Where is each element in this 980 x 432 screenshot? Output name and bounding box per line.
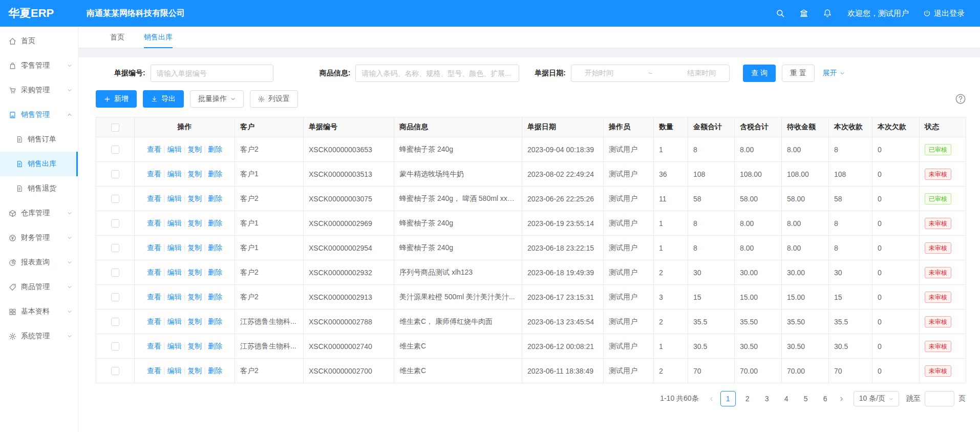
logout-button[interactable]: 退出登录 — [923, 9, 965, 18]
row-action-delete[interactable]: 删除 — [208, 170, 222, 178]
action-separator: | — [204, 243, 206, 252]
page-button-2[interactable]: 2 — [740, 391, 755, 406]
sidebar-item-purchase[interactable]: 采购管理 — [0, 78, 78, 102]
row-action-view[interactable]: 查看 — [147, 243, 161, 252]
row-action-delete[interactable]: 删除 — [208, 145, 222, 153]
row-action-delete[interactable]: 删除 — [208, 342, 222, 350]
row-action-delete[interactable]: 删除 — [208, 268, 222, 276]
row-action-edit[interactable]: 编辑 — [167, 342, 182, 350]
date-range-picker[interactable]: 开始时间 ~ 结束时间 — [571, 65, 730, 82]
row-action-delete[interactable]: 删除 — [208, 317, 222, 325]
doc-icon — [16, 136, 23, 143]
sidebar-item-report[interactable]: 报表查询 — [0, 250, 78, 275]
action-separator: | — [163, 219, 165, 227]
sidebar-item-sales-return[interactable]: 销售退货 — [0, 176, 78, 201]
row-action-view[interactable]: 查看 — [147, 293, 161, 301]
batch-operation-button[interactable]: 批量操作 — [190, 90, 244, 108]
row-checkbox[interactable] — [111, 195, 119, 203]
row-checkbox[interactable] — [111, 342, 119, 351]
cell-actions: 查看|编辑|复制|删除 — [135, 236, 235, 260]
page-button-3[interactable]: 3 — [759, 391, 775, 406]
add-button[interactable]: 新增 — [96, 90, 137, 108]
row-action-copy[interactable]: 复制 — [187, 145, 202, 153]
add-button-label: 新增 — [114, 94, 129, 104]
help-icon[interactable] — [955, 93, 966, 105]
row-action-delete[interactable]: 删除 — [208, 219, 222, 227]
sidebar-item-sales-out[interactable]: 销售出库 — [0, 152, 78, 176]
row-checkbox[interactable] — [111, 170, 119, 178]
row-action-edit[interactable]: 编辑 — [167, 268, 182, 276]
row-action-edit[interactable]: 编辑 — [167, 317, 182, 325]
column-header-10: 待收金额 — [782, 117, 829, 137]
page-size-select[interactable]: 10 条/页 — [854, 391, 899, 406]
bell-icon[interactable] — [823, 9, 832, 18]
row-action-delete[interactable]: 删除 — [208, 366, 222, 375]
next-page-button[interactable] — [835, 391, 848, 406]
row-action-edit[interactable]: 编辑 — [167, 293, 182, 301]
row-action-view[interactable]: 查看 — [147, 194, 161, 202]
sidebar-item-goods[interactable]: 商品管理 — [0, 275, 78, 299]
search-button[interactable]: 查 询 — [743, 65, 776, 82]
export-button[interactable]: 导出 — [143, 90, 184, 108]
row-checkbox[interactable] — [111, 293, 119, 301]
sidebar-item-base[interactable]: 基本资料 — [0, 299, 78, 324]
sidebar-item-system[interactable]: 系统管理 — [0, 324, 78, 348]
page-button-6[interactable]: 6 — [818, 391, 833, 406]
sidebar-item-sales[interactable]: 销售管理 — [0, 102, 78, 127]
bill-no-input[interactable] — [151, 65, 273, 82]
page-button-1[interactable]: 1 — [720, 391, 736, 406]
row-action-copy[interactable]: 复制 — [187, 342, 202, 350]
expand-link[interactable]: 展开 — [823, 69, 845, 78]
search-icon[interactable] — [776, 9, 785, 18]
row-checkbox[interactable] — [111, 146, 119, 154]
row-action-copy[interactable]: 复制 — [187, 170, 202, 178]
sidebar-item-sales-order[interactable]: 销售订单 — [0, 127, 78, 152]
row-checkbox[interactable] — [111, 244, 119, 252]
row-action-view[interactable]: 查看 — [147, 268, 161, 276]
row-action-view[interactable]: 查看 — [147, 170, 161, 178]
row-action-copy[interactable]: 复制 — [187, 194, 202, 202]
row-checkbox[interactable] — [111, 269, 119, 277]
jump-input[interactable] — [925, 391, 954, 406]
row-action-delete[interactable]: 删除 — [208, 293, 222, 301]
page-button-4[interactable]: 4 — [779, 391, 794, 406]
select-all-checkbox[interactable] — [111, 124, 119, 132]
row-action-edit[interactable]: 编辑 — [167, 243, 182, 252]
bank-icon[interactable] — [799, 9, 808, 18]
row-action-view[interactable]: 查看 — [147, 145, 161, 153]
row-action-edit[interactable]: 编辑 — [167, 366, 182, 375]
sidebar-item-finance[interactable]: 财务管理 — [0, 225, 78, 250]
row-action-delete[interactable]: 删除 — [208, 194, 222, 202]
reset-button[interactable]: 重 置 — [782, 65, 815, 82]
sidebar-item-home[interactable]: 首页 — [0, 29, 78, 53]
row-action-edit[interactable]: 编辑 — [167, 145, 182, 153]
prev-page-button[interactable] — [705, 391, 718, 406]
row-checkbox[interactable] — [111, 318, 119, 326]
row-action-edit[interactable]: 编辑 — [167, 170, 182, 178]
page-button-5[interactable]: 5 — [798, 391, 814, 406]
row-action-view[interactable]: 查看 — [147, 219, 161, 227]
cell-qty: 2 — [654, 310, 688, 334]
row-action-copy[interactable]: 复制 — [187, 243, 202, 252]
row-action-copy[interactable]: 复制 — [187, 366, 202, 375]
sidebar-item-warehouse[interactable]: 仓库管理 — [0, 201, 78, 225]
row-checkbox[interactable] — [111, 367, 119, 375]
row-action-copy[interactable]: 复制 — [187, 317, 202, 325]
row-action-copy[interactable]: 复制 — [187, 293, 202, 301]
row-action-edit[interactable]: 编辑 — [167, 194, 182, 202]
row-action-edit[interactable]: 编辑 — [167, 219, 182, 227]
goods-input[interactable] — [355, 65, 519, 82]
column-settings-button[interactable]: 列设置 — [250, 90, 298, 108]
row-action-view[interactable]: 查看 — [147, 366, 161, 375]
row-action-copy[interactable]: 复制 — [187, 268, 202, 276]
tab-sales-out[interactable]: 销售出库 — [144, 27, 173, 48]
tab-home[interactable]: 首页 — [110, 27, 124, 48]
action-separator: | — [163, 293, 165, 301]
sidebar-item-retail[interactable]: 零售管理 — [0, 53, 78, 78]
row-action-view[interactable]: 查看 — [147, 317, 161, 325]
row-action-delete[interactable]: 删除 — [208, 243, 222, 252]
row-action-view[interactable]: 查看 — [147, 342, 161, 350]
row-checkbox[interactable] — [111, 219, 119, 228]
cell-debt: 0 — [872, 310, 920, 334]
row-action-copy[interactable]: 复制 — [187, 219, 202, 227]
